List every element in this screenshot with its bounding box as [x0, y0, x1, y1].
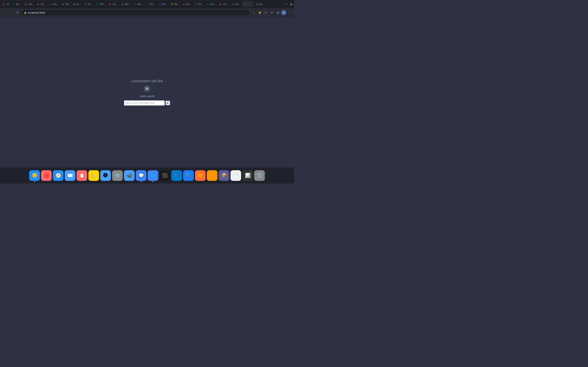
- dock-item-xcode[interactable]: 🔨: [183, 170, 194, 181]
- message-input[interactable]: [124, 100, 165, 106]
- profile-icon[interactable]: ⊕: [289, 2, 293, 6]
- dock-item-istatmenus[interactable]: 📊: [242, 170, 253, 181]
- tab-label-t12: cha...: [137, 3, 143, 5]
- nav-bar: ← → ↻ 🔒 ☆ ⚡ C ✦ ⊞ P ⋮: [0, 8, 294, 17]
- extension-button-2[interactable]: C: [263, 10, 269, 16]
- browser-tab-t19[interactable]: ▶Cre...: [217, 1, 230, 7]
- browser-tab-t4[interactable]: ▶Ho...: [35, 1, 47, 7]
- browser-tab-t3[interactable]: ▶cha...: [23, 1, 35, 7]
- tab-label-t3: cha...: [28, 3, 34, 5]
- browser-tab-t16[interactable]: ▶Ho...: [181, 1, 193, 7]
- dock: 😊🔴🧭✉️📋📒🅐⚙️📹💬🌐⬛💙🔨🟠🔶📦📄📊🗑️: [0, 167, 294, 184]
- tab-bar: ▶C#ffac...▶cha...▶Ho...●cha...◆Top◆Ho...…: [0, 0, 294, 8]
- tab-label-t20: rea...: [235, 3, 241, 5]
- tab-label-t5: cha...: [53, 3, 58, 5]
- tab-label-t11: Hel...: [125, 3, 130, 5]
- more-button[interactable]: ⋮: [287, 10, 292, 16]
- tab-label-t1: C#: [6, 3, 9, 5]
- nav-actions: ☆ ⚡ C ✦ ⊞ P ⋮: [251, 10, 292, 16]
- dock-item-reminders[interactable]: 📋: [77, 170, 87, 181]
- browser-tab-t22[interactable]: ■Hel...: [254, 1, 266, 7]
- tab-label-t2: fac...: [16, 3, 21, 5]
- dock-item-mail[interactable]: ✉️: [65, 170, 75, 181]
- dock-item-chrome[interactable]: 🌐: [148, 170, 158, 181]
- bot-avatar: B: [144, 85, 150, 92]
- tab-favicon-t5: ●: [49, 3, 52, 6]
- browser-tab-t13[interactable]: ◇Bui...: [144, 1, 156, 7]
- browser-tab-t1[interactable]: ▶C#: [1, 1, 11, 7]
- tab-label-t17: Re...: [198, 3, 203, 5]
- browser-chrome: ▶C#ffac...▶cha...▶Ho...●cha...◆Top◆Ho...…: [0, 0, 294, 17]
- lock-icon: 🔒: [24, 11, 27, 14]
- dock-item-terminal[interactable]: ⬛: [159, 170, 170, 181]
- extension-button-3[interactable]: ✦: [269, 10, 275, 16]
- dock-item-appstore[interactable]: 🅐: [100, 170, 111, 181]
- back-button[interactable]: ←: [2, 10, 7, 16]
- tab-favicon-t13: ◇: [146, 3, 149, 6]
- tab-favicon-t15: JS: [171, 3, 173, 6]
- dock-item-notes[interactable]: 📒: [88, 170, 99, 181]
- browser-tab-t15[interactable]: JSMa...: [169, 1, 181, 7]
- dock-item-finder[interactable]: 😊: [29, 170, 40, 181]
- tab-label-t22: Hel...: [259, 3, 264, 5]
- tab-favicon-t21: ✦: [244, 3, 247, 6]
- browser-tab-t21[interactable]: ✦×: [242, 1, 253, 7]
- dock-item-vscode[interactable]: 💙: [171, 170, 182, 181]
- address-bar[interactable]: 🔒: [21, 9, 250, 16]
- dock-item-creativecorn[interactable]: 🔶: [207, 170, 217, 181]
- browser-tab-t12[interactable]: ⬡cha...: [132, 1, 144, 7]
- browser-tab-t17[interactable]: ◎Re...: [193, 1, 205, 7]
- tab-label-t7: Ho...: [76, 3, 81, 5]
- tab-favicon-t3: ▶: [25, 3, 27, 6]
- browser-tab-t11[interactable]: ■Hel...: [120, 1, 132, 7]
- browser-tab-t8[interactable]: ⒶHo...: [83, 1, 94, 7]
- extension-button-4[interactable]: ⊞: [275, 10, 281, 16]
- new-tab-button[interactable]: +: [283, 1, 289, 7]
- tab-favicon-t2: f: [12, 3, 15, 6]
- dock-item-launchpad[interactable]: 🔴: [41, 170, 52, 181]
- tab-favicon-t8: Ⓐ: [84, 3, 87, 6]
- tab-favicon-t22: ■: [255, 3, 258, 6]
- tab-label-t16: Ho...: [186, 3, 191, 5]
- browser-tab-t9[interactable]: ⒶThe...: [95, 1, 107, 7]
- dock-item-textedit[interactable]: 📄: [231, 170, 241, 181]
- tab-favicon-t11: ■: [121, 3, 124, 6]
- browser-tab-t14[interactable]: dSin...: [156, 1, 169, 7]
- forward-button[interactable]: →: [8, 10, 14, 16]
- browser-tab-t5[interactable]: ●cha...: [47, 1, 60, 7]
- dock-item-trash[interactable]: 🗑️: [254, 170, 265, 181]
- dock-item-signal[interactable]: 💬: [136, 170, 146, 181]
- browser-tab-t20[interactable]: ■rea...: [230, 1, 242, 7]
- browser-tab-t10[interactable]: ▶Ho...: [107, 1, 119, 7]
- url-input[interactable]: [28, 11, 247, 14]
- dock-item-system-preferences[interactable]: ⚙️: [112, 170, 123, 181]
- browser-tab-t2[interactable]: ffac...: [11, 1, 23, 7]
- tab-label-t14: Sin...: [162, 3, 167, 5]
- send-button[interactable]: ▶: [165, 101, 170, 105]
- dock-item-zoom[interactable]: 📹: [124, 170, 135, 181]
- tab-favicon-t6: ◆: [62, 3, 65, 6]
- browser-tab-t18[interactable]: ●Cre...: [205, 1, 217, 7]
- page-content: Conversation with Bot B Hello world ▶: [0, 17, 294, 167]
- tab-label-t13: Bui...: [150, 3, 155, 5]
- tab-favicon-t16: ▶: [183, 3, 186, 6]
- tab-label-t6: Top: [65, 3, 69, 5]
- bookmark-button[interactable]: ☆: [251, 10, 256, 16]
- tab-label-t9: The...: [100, 3, 105, 5]
- dock-item-safari[interactable]: 🧭: [53, 170, 63, 181]
- tab-favicon-t4: ▶: [37, 3, 40, 6]
- tab-close-t21[interactable]: ×: [249, 3, 252, 6]
- tab-favicon-t10: ▶: [109, 3, 112, 6]
- tab-favicon-t19: ▶: [219, 3, 222, 6]
- dock-item-paw[interactable]: 🟠: [195, 170, 206, 181]
- tab-favicon-t7: ◆: [72, 3, 75, 6]
- extension-button-1[interactable]: ⚡: [257, 10, 263, 16]
- tab-favicon-t12: ⬡: [133, 3, 136, 6]
- refresh-button[interactable]: ↻: [15, 10, 20, 16]
- browser-tab-t7[interactable]: ◆Ho...: [71, 1, 82, 7]
- tab-favicon-t18: ●: [207, 3, 209, 6]
- browser-tab-t6[interactable]: ◆Top: [60, 1, 71, 7]
- tab-favicon-t9: Ⓐ: [96, 3, 99, 6]
- profile-avatar[interactable]: P: [281, 10, 286, 15]
- dock-item-virtualbox[interactable]: 📦: [219, 170, 229, 181]
